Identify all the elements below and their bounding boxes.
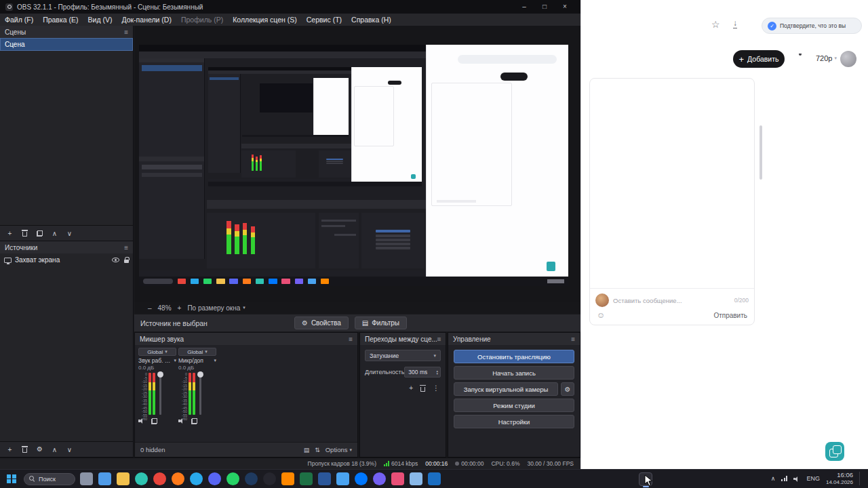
taskbar-clock[interactable]: 16:06 14.04.2026 xyxy=(826,472,853,485)
download-button[interactable]: ↓ xyxy=(733,19,737,28)
spin-down-icon[interactable]: ▾ xyxy=(436,372,438,375)
vlc-icon[interactable] xyxy=(281,472,294,485)
quality-selector[interactable]: 720p ▾ xyxy=(816,54,837,62)
settings-button[interactable]: Настройки xyxy=(454,415,574,428)
source-properties-button[interactable]: ⚙ xyxy=(33,444,46,455)
mute-button[interactable] xyxy=(178,418,185,424)
mute-button[interactable] xyxy=(138,418,145,424)
taskbar-search[interactable]: Поиск xyxy=(24,473,75,485)
source-move-up-button[interactable]: ∧ xyxy=(48,444,61,455)
transitions-menu-icon[interactable]: ≡ xyxy=(437,336,441,343)
stop-streaming-button[interactable]: Остановить трансляцию xyxy=(454,350,574,363)
lock-icon[interactable] xyxy=(124,260,129,263)
zoom-out-button[interactable]: – xyxy=(148,304,152,312)
remove-transition-button[interactable] xyxy=(420,387,425,392)
virtual-camera-button[interactable]: Запуск виртуальной камеры xyxy=(454,382,558,396)
mixer-sort-button[interactable]: ⇅ xyxy=(315,447,320,453)
channel-settings-button[interactable] xyxy=(191,418,197,424)
firefox-icon[interactable] xyxy=(172,472,184,485)
telegram-icon[interactable] xyxy=(190,472,203,485)
remove-source-button[interactable] xyxy=(18,444,31,455)
duplicate-scene-button[interactable] xyxy=(33,228,46,239)
scrollbar-thumb[interactable] xyxy=(760,125,762,180)
bus-dropdown[interactable]: Global ▾ xyxy=(178,348,216,356)
menu-edit[interactable]: Правка (E) xyxy=(38,14,83,26)
mixer-menu-icon[interactable]: ≡ xyxy=(349,336,353,343)
fader-knob[interactable] xyxy=(157,371,163,378)
send-button[interactable]: Отправить xyxy=(713,312,747,319)
verification-banner[interactable]: ✓ Подтвердите, что это вы xyxy=(762,18,862,34)
volume-fader[interactable] xyxy=(199,373,201,415)
preview-canvas[interactable] xyxy=(139,45,568,286)
studio-mode-button[interactable]: Режим студии xyxy=(454,399,574,412)
scenes-menu-icon[interactable]: ≡ xyxy=(124,28,128,36)
controls-menu-icon[interactable]: ≡ xyxy=(571,336,575,343)
whatsapp-icon[interactable] xyxy=(226,472,239,485)
remove-scene-button[interactable] xyxy=(18,228,31,239)
fit-mode-dropdown[interactable]: По размеру окна ▾ xyxy=(187,304,245,312)
language-indicator[interactable]: ENG xyxy=(806,475,820,482)
add-scene-button[interactable]: + xyxy=(3,228,16,239)
chat-message-input[interactable] xyxy=(613,297,730,304)
menu-docks[interactable]: Док-панели (D) xyxy=(117,14,176,26)
channel-settings-button[interactable] xyxy=(151,418,157,424)
bus-dropdown[interactable]: Global ▾ xyxy=(138,348,176,356)
discord-icon[interactable] xyxy=(208,472,221,485)
close-button[interactable]: × xyxy=(555,0,575,14)
minimize-button[interactable]: – xyxy=(514,0,534,14)
filters-button[interactable]: ▤ Фильтры xyxy=(355,317,407,329)
add-source-button[interactable]: + xyxy=(3,444,16,455)
virtual-camera-settings-button[interactable]: ⚙ xyxy=(561,382,574,396)
start-button[interactable] xyxy=(4,472,19,487)
scene-move-up-button[interactable]: ∧ xyxy=(48,228,61,239)
source-move-down-button[interactable]: ∨ xyxy=(63,444,76,455)
visibility-eye-icon[interactable] xyxy=(112,258,119,262)
properties-button[interactable]: ⚙ Свойства xyxy=(294,317,349,329)
menu-help[interactable]: Справка (H) xyxy=(347,14,396,26)
miniapp-fab-button[interactable] xyxy=(825,442,844,461)
network-icon[interactable] xyxy=(781,476,787,481)
steam-icon[interactable] xyxy=(245,472,258,485)
mixer-layout-button[interactable]: ▤ xyxy=(304,447,310,453)
user-avatar[interactable] xyxy=(840,51,856,67)
vk-icon[interactable] xyxy=(355,472,368,485)
chrome-icon[interactable] xyxy=(153,472,166,485)
mixer-options-dropdown[interactable]: Options ▾ xyxy=(326,446,352,453)
fader-knob[interactable] xyxy=(197,371,203,378)
transition-kebab-button[interactable]: ⋮ xyxy=(433,384,439,392)
notepad-icon[interactable] xyxy=(410,472,422,485)
scene-item[interactable]: Сцена xyxy=(0,38,133,51)
photos-icon[interactable] xyxy=(336,472,349,485)
obs-studio-icon[interactable] xyxy=(263,472,276,485)
add-transition-button[interactable]: + xyxy=(409,384,413,392)
mail-icon[interactable] xyxy=(428,472,441,485)
scene-move-down-button[interactable]: ∨ xyxy=(63,228,76,239)
volume-icon[interactable] xyxy=(793,476,800,482)
show-desktop-button[interactable] xyxy=(859,472,861,485)
menu-file[interactable]: Файл (F) xyxy=(0,14,38,26)
maximize-button[interactable]: □ xyxy=(534,0,555,14)
edge-icon[interactable] xyxy=(135,472,148,485)
menu-scene-collection[interactable]: Коллекция сцен (S) xyxy=(228,14,302,26)
start-recording-button[interactable]: Начать запись xyxy=(454,366,574,380)
menu-view[interactable]: Вид (V) xyxy=(83,14,117,26)
tray-expand-button[interactable]: ∧ xyxy=(771,475,776,482)
source-item[interactable]: Захват экрана xyxy=(0,253,133,266)
sources-menu-icon[interactable]: ≡ xyxy=(124,244,128,251)
menu-tools[interactable]: Сервис (T) xyxy=(302,14,347,26)
word-icon[interactable] xyxy=(318,472,331,485)
widgets-icon[interactable] xyxy=(98,472,111,485)
paint-icon[interactable] xyxy=(391,472,404,485)
channel-name-dropdown[interactable]: Микр/доп ▾ xyxy=(178,357,216,365)
emoji-button[interactable]: ☺ xyxy=(597,310,605,320)
channel-name-dropdown[interactable]: Звук раб. стола ▾ xyxy=(138,357,176,365)
explorer-icon[interactable] xyxy=(117,472,130,485)
add-button[interactable]: + Добавить xyxy=(733,50,785,68)
transition-select[interactable]: Затухание ▾ xyxy=(365,350,441,361)
zoom-in-button[interactable]: + xyxy=(178,304,182,312)
viber-icon[interactable] xyxy=(373,472,386,485)
duration-spinbox[interactable]: 300 ms ▴ ▾ xyxy=(404,367,441,378)
menu-profile[interactable]: Профиль (P) xyxy=(176,14,228,26)
task-view-icon[interactable] xyxy=(80,472,93,485)
favorite-star-button[interactable]: ☆ xyxy=(711,19,720,30)
